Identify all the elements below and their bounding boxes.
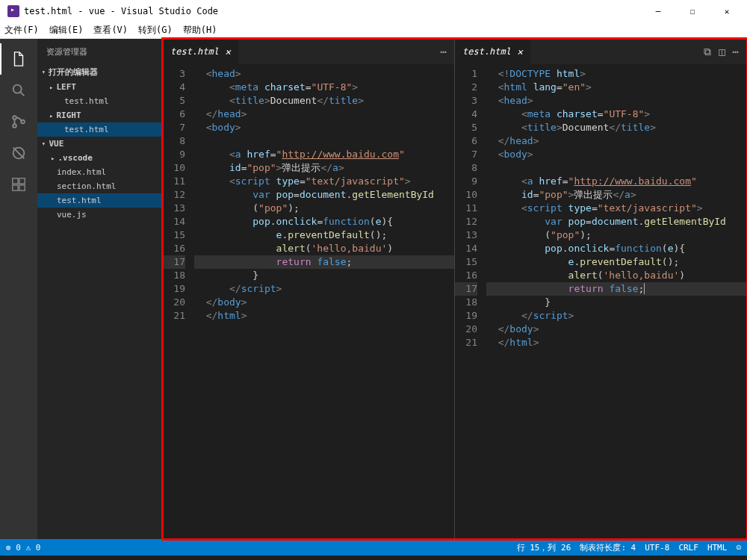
tab-label: test.html xyxy=(462,46,511,57)
encoding[interactable]: UTF-8 xyxy=(645,543,669,553)
indent[interactable]: 制表符长度: 4 xyxy=(580,542,636,553)
file-index[interactable]: index.html xyxy=(37,165,163,179)
editor-pane-left: test.html × ⋯ 34567891011121314151617181… xyxy=(163,39,455,539)
menu-help[interactable]: 帮助(H) xyxy=(183,24,217,37)
eol[interactable]: CRLF xyxy=(678,543,698,553)
vscode-logo-icon xyxy=(7,5,19,17)
menu-goto[interactable]: 转到(G) xyxy=(138,24,173,37)
file-vuejs[interactable]: vue.js xyxy=(37,208,163,222)
project-header[interactable]: VUE xyxy=(37,137,163,151)
statusbar: ⊗ 0 ⚠ 0 行 15，列 26 制表符长度: 4 UTF-8 CRLF HT… xyxy=(0,539,747,556)
more-icon[interactable]: ⋯ xyxy=(441,46,447,57)
menu-edit[interactable]: 编辑(E) xyxy=(49,24,84,37)
lines-left[interactable]: <head> <meta charset="UTF-8"> <title>Doc… xyxy=(194,64,454,539)
gutter-left: 3456789101112131415161718192021 xyxy=(163,64,194,539)
problems[interactable]: ⊗ 0 ⚠ 0 xyxy=(6,543,40,553)
tabs-right: test.html × ⧉ ◫ ⋯ xyxy=(455,39,746,64)
window-maximize-button[interactable]: ☐ xyxy=(675,0,710,22)
search-icon[interactable] xyxy=(0,75,37,106)
menubar: 文件(F) 编辑(E) 查看(V) 转到(G) 帮助(H) xyxy=(0,22,747,39)
menu-file[interactable]: 文件(F) xyxy=(4,24,39,37)
window-minimize-button[interactable]: ─ xyxy=(641,0,675,22)
editor-pane-right: test.html × ⧉ ◫ ⋯ 1234567891011121314151… xyxy=(455,39,747,539)
file-test[interactable]: test.html xyxy=(37,193,163,208)
sidebar-title: 资源管理器 xyxy=(37,39,163,64)
activitybar xyxy=(0,39,37,539)
window-close-button[interactable]: ✕ xyxy=(710,0,744,22)
split-icon[interactable]: ◫ xyxy=(719,46,725,57)
lines-right[interactable]: <!DOCTYPE html> <html lang="en"> <head> … xyxy=(486,64,746,539)
explorer-icon[interactable] xyxy=(0,43,37,75)
gutter-right: 123456789101112131415161718192021 xyxy=(455,64,486,539)
svg-rect-5 xyxy=(13,178,18,184)
file-section[interactable]: section.html xyxy=(37,179,163,193)
tab-left-test[interactable]: test.html × xyxy=(163,39,238,64)
tab-right-test[interactable]: test.html × xyxy=(455,39,530,64)
folder-vscode[interactable]: .vscode xyxy=(37,151,163,165)
open-editor-right[interactable]: test.html xyxy=(37,122,163,137)
extensions-icon[interactable] xyxy=(0,169,37,200)
close-icon[interactable]: × xyxy=(225,46,231,57)
code-right[interactable]: 123456789101112131415161718192021 <!DOCT… xyxy=(455,64,746,539)
feedback-icon[interactable]: ☺ xyxy=(736,543,741,553)
code-left[interactable]: 3456789101112131415161718192021 <head> <… xyxy=(163,64,454,539)
menu-view[interactable]: 查看(V) xyxy=(93,24,128,37)
tab-label: test.html xyxy=(170,46,219,57)
tabs-left: test.html × ⋯ xyxy=(163,39,454,64)
compare-icon[interactable]: ⧉ xyxy=(704,46,711,58)
open-editor-left[interactable]: test.html xyxy=(37,94,163,108)
svg-point-1 xyxy=(13,116,16,119)
cursor-position[interactable]: 行 15，列 26 xyxy=(517,542,571,553)
group-right[interactable]: RIGHT xyxy=(37,108,163,122)
source-control-icon[interactable] xyxy=(0,106,37,137)
group-left[interactable]: LEFT xyxy=(37,80,163,94)
close-icon[interactable]: × xyxy=(517,46,523,57)
svg-rect-8 xyxy=(19,178,25,184)
window-title: test.html - vue - Visual Studio Code xyxy=(24,6,641,16)
sidebar: 资源管理器 打开的编辑器 LEFT test.html RIGHT test.h… xyxy=(37,39,163,539)
open-editors-header[interactable]: 打开的编辑器 xyxy=(37,64,163,80)
language-mode[interactable]: HTML xyxy=(707,543,728,553)
editor-group: test.html × ⋯ 34567891011121314151617181… xyxy=(163,39,747,539)
titlebar: test.html - vue - Visual Studio Code ─ ☐… xyxy=(0,0,747,22)
svg-point-2 xyxy=(13,124,16,128)
svg-rect-6 xyxy=(13,185,18,190)
svg-rect-7 xyxy=(19,185,25,190)
more-icon[interactable]: ⋯ xyxy=(733,46,739,57)
svg-point-0 xyxy=(13,85,22,93)
debug-icon[interactable] xyxy=(0,137,37,169)
